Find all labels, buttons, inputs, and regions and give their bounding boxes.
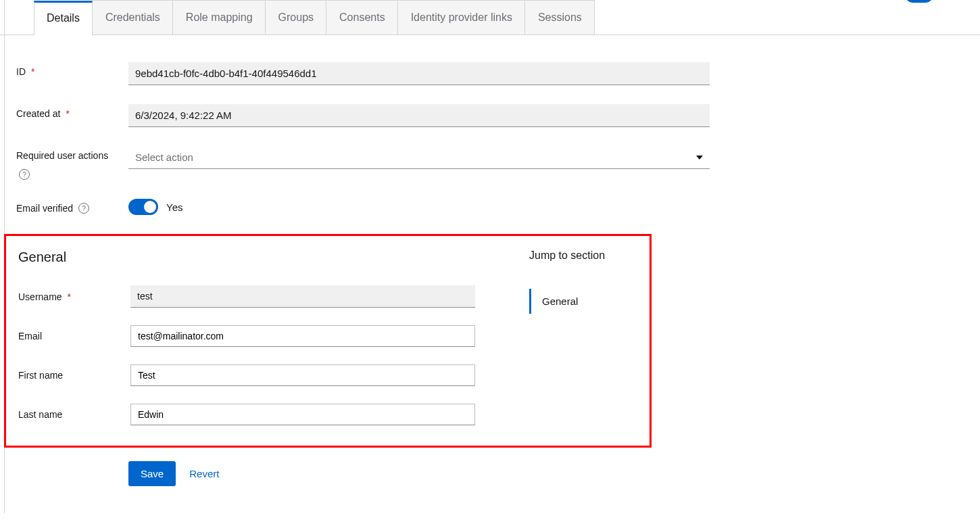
label-id: ID *: [16, 62, 128, 77]
tabs-container: Details Credentials Role mapping Groups …: [0, 0, 980, 35]
email-field[interactable]: [130, 325, 475, 347]
field-username: test: [130, 285, 475, 308]
jump-to-section: Jump to section General: [502, 250, 637, 425]
required-marker: *: [67, 291, 70, 302]
help-icon[interactable]: ?: [78, 203, 89, 214]
tab-sessions[interactable]: Sessions: [525, 0, 595, 34]
tab-consents[interactable]: Consents: [326, 0, 398, 34]
required-marker: *: [66, 108, 69, 119]
tab-identity-provider-links[interactable]: Identity provider links: [398, 0, 525, 34]
caret-down-icon: [696, 156, 703, 160]
label-required-actions-text: Required user actions: [16, 150, 108, 161]
row-username: Username * test: [18, 285, 502, 308]
help-icon[interactable]: ?: [19, 169, 30, 180]
label-last-name: Last name: [18, 409, 130, 420]
tab-role-mapping[interactable]: Role mapping: [173, 0, 266, 34]
label-first-name: First name: [18, 370, 130, 381]
select-placeholder: Select action: [135, 151, 193, 163]
tabs: Details Credentials Role mapping Groups …: [34, 0, 980, 34]
revert-button[interactable]: Revert: [189, 468, 219, 479]
first-name-field[interactable]: [130, 364, 475, 386]
label-created-at: Created at *: [16, 104, 128, 119]
general-section-highlight: General Username * test Email First name…: [4, 234, 652, 448]
form-content: ID * 9ebd41cb-f0fc-4db0-b4f1-40f449546dd…: [0, 35, 980, 215]
jump-link-general[interactable]: General: [529, 289, 637, 314]
toggle-email-verified[interactable]: [128, 199, 158, 215]
required-marker: *: [31, 66, 34, 77]
label-email-verified: Email verified ?: [16, 199, 128, 214]
row-id: ID * 9ebd41cb-f0fc-4db0-b4f1-40f449546dd…: [16, 62, 980, 85]
row-first-name: First name: [18, 364, 502, 386]
form-actions: Save Revert: [0, 461, 980, 486]
label-username: Username *: [18, 291, 130, 302]
row-created-at: Created at * 6/3/2024, 9:42:22 AM: [16, 104, 980, 127]
field-id: 9ebd41cb-f0fc-4db0-b4f1-40f449546dd1: [128, 62, 710, 85]
tab-credentials[interactable]: Credentials: [93, 0, 173, 34]
tab-groups[interactable]: Groups: [266, 0, 326, 34]
label-username-text: Username: [18, 291, 62, 302]
section-title-general: General: [18, 250, 502, 265]
row-email: Email: [18, 325, 502, 347]
row-email-verified: Email verified ? Yes: [16, 199, 980, 215]
toggle-knob: [144, 201, 156, 213]
last-name-field[interactable]: [130, 404, 475, 425]
toggle-email-verified-value: Yes: [166, 201, 182, 213]
toggle-email-verified-wrap: Yes: [128, 199, 182, 215]
row-last-name: Last name: [18, 404, 502, 425]
general-section: General Username * test Email First name…: [18, 250, 502, 425]
label-email: Email: [18, 331, 130, 341]
jump-title: Jump to section: [529, 250, 637, 262]
label-created-at-text: Created at: [16, 108, 60, 119]
field-created-at: 6/3/2024, 9:42:22 AM: [128, 104, 710, 127]
row-required-actions: Required user actions ? Select action: [16, 146, 980, 180]
label-required-actions: Required user actions ?: [16, 146, 128, 180]
label-id-text: ID: [16, 66, 26, 77]
label-email-verified-text: Email verified: [16, 203, 73, 214]
select-required-actions[interactable]: Select action: [128, 146, 710, 169]
save-button[interactable]: Save: [128, 461, 176, 486]
tab-details[interactable]: Details: [34, 1, 93, 35]
